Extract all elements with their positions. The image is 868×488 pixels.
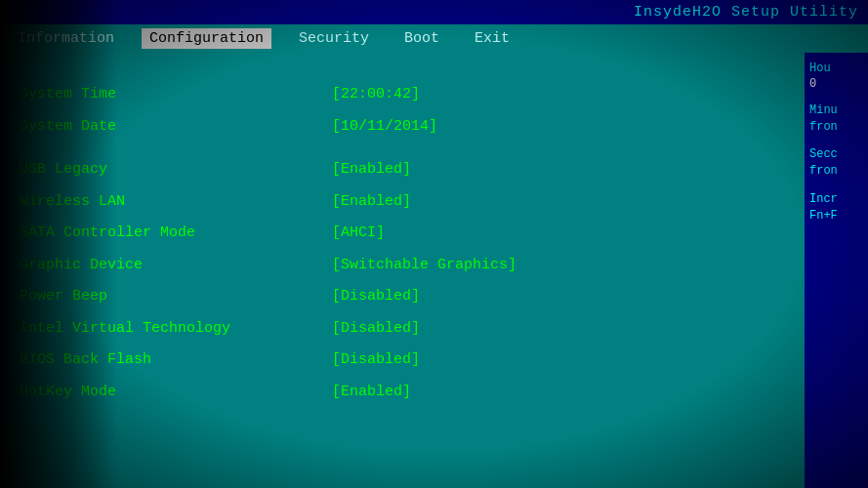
menu-bar: Information Configuration Security Boot … [0, 24, 868, 53]
menu-item-information[interactable]: Information [10, 28, 122, 49]
setting-value-hotkey-mode: [Enabled] [332, 382, 411, 404]
sidebar-key-label: Fn+F [809, 208, 863, 224]
setting-label-intel-vt: Intel Virtual Technology [20, 318, 332, 341]
setting-label-graphic-device: Graphic Device [20, 255, 332, 277]
setting-power-beep[interactable]: Power Beep [Disabled] [20, 286, 785, 308]
sidebar-increase-section: Incr Fn+F [809, 191, 863, 224]
sidebar-second-label: Secc [809, 146, 863, 163]
setting-wireless-lan[interactable]: Wireless LAN [Enabled] [20, 191, 785, 214]
setting-system-time[interactable]: System Time [22:00:42] [20, 84, 785, 106]
sidebar-second-section: Secc fron [809, 146, 863, 180]
sidebar-second-from: fron [809, 163, 863, 180]
right-sidebar: Hou 0 Minu fron Secc fron Incr Fn+F [805, 53, 868, 488]
bios-screen: InsydeH2O Setup Utility Information Conf… [0, 0, 868, 488]
setting-label-sata-controller: SATA Controller Mode [20, 223, 332, 245]
setting-label-power-beep: Power Beep [20, 286, 332, 308]
menu-item-configuration[interactable]: Configuration [142, 28, 271, 49]
title-bar: InsydeH2O Setup Utility [0, 0, 868, 24]
sidebar-hour-section: Hou 0 [809, 61, 863, 91]
setting-sata-controller[interactable]: SATA Controller Mode [AHCI] [20, 223, 785, 245]
setting-value-intel-vt: [Disabled] [332, 318, 420, 341]
main-content: System Time [22:00:42] System Date [10/1… [0, 53, 805, 488]
menu-item-exit[interactable]: Exit [467, 28, 517, 49]
content-wrapper: System Time [22:00:42] System Date [10/1… [0, 53, 868, 488]
setting-label-usb-legacy: USB Legacy [20, 159, 332, 182]
setting-value-wireless-lan: [Enabled] [332, 191, 411, 214]
menu-item-boot[interactable]: Boot [396, 28, 447, 49]
setting-label-wireless-lan: Wireless LAN [20, 191, 332, 214]
setting-label-system-date: System Date [20, 116, 332, 139]
setting-value-power-beep: [Disabled] [332, 286, 420, 308]
sidebar-increase-label: Incr [809, 191, 863, 208]
setting-label-bios-back-flash: BIOS Back Flash [20, 349, 332, 372]
setting-value-bios-back-flash: [Disabled] [332, 349, 420, 372]
setting-value-system-date: [10/11/2014] [332, 116, 437, 139]
setting-value-system-time: [22:00:42] [332, 84, 420, 106]
setting-value-usb-legacy: [Enabled] [332, 159, 411, 182]
sidebar-hour-label: Hou [809, 61, 863, 77]
setting-label-hotkey-mode: HotKey Mode [20, 382, 332, 404]
setting-value-graphic-device: [Switchable Graphics] [332, 255, 517, 277]
setting-hotkey-mode[interactable]: HotKey Mode [Enabled] [20, 382, 785, 404]
sidebar-minute-label: Minu [809, 102, 863, 119]
app-title: InsydeH2O Setup Utility [634, 4, 858, 20]
sidebar-minute-from: fron [809, 119, 863, 136]
sidebar-hour-value: 0 [809, 77, 863, 91]
setting-bios-back-flash[interactable]: BIOS Back Flash [Disabled] [20, 349, 785, 372]
setting-value-sata-controller: [AHCI] [332, 223, 385, 245]
sidebar-minute-section: Minu fron [809, 102, 863, 136]
setting-usb-legacy[interactable]: USB Legacy [Enabled] [20, 159, 785, 182]
menu-item-security[interactable]: Security [291, 28, 377, 49]
setting-label-system-time: System Time [20, 84, 332, 106]
setting-intel-vt[interactable]: Intel Virtual Technology [Disabled] [20, 318, 785, 341]
setting-system-date[interactable]: System Date [10/11/2014] [20, 116, 785, 139]
setting-graphic-device[interactable]: Graphic Device [Switchable Graphics] [20, 255, 785, 277]
